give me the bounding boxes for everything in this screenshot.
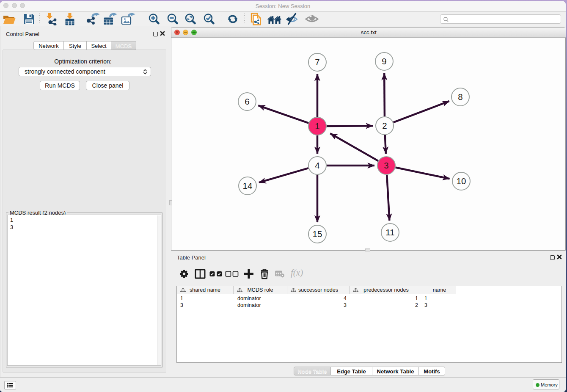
- svg-text:4: 4: [315, 160, 319, 170]
- svg-text:8: 8: [458, 92, 462, 102]
- svg-text:7: 7: [315, 57, 319, 67]
- svg-text:15: 15: [313, 229, 322, 239]
- svg-text:3: 3: [384, 160, 388, 170]
- svg-text:1: 1: [315, 121, 319, 131]
- svg-text:14: 14: [243, 181, 253, 190]
- svg-text:6: 6: [245, 97, 249, 106]
- svg-text:10: 10: [457, 176, 466, 186]
- svg-text:2: 2: [382, 121, 387, 130]
- svg-text:9: 9: [382, 56, 386, 66]
- svg-text:11: 11: [385, 227, 394, 237]
